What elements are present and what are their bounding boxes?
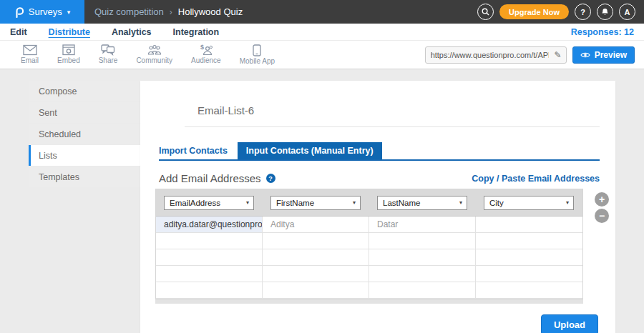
chevron-down-icon: ▾ (67, 9, 71, 16)
surveys-menu[interactable]: Surveys ▾ (0, 0, 84, 24)
cell-city[interactable] (476, 282, 582, 299)
column-select-lastname[interactable]: LastName ▾ (377, 196, 467, 210)
channel-community[interactable]: Community (127, 44, 182, 64)
channel-mobile-app[interactable]: Mobile App (230, 44, 284, 65)
search-button[interactable] (477, 4, 494, 20)
column-header-cell: City ▾ (476, 196, 582, 210)
copy-paste-link[interactable]: Copy / Paste Email Addresses (472, 174, 600, 184)
survey-url-box: ✎ (425, 46, 567, 64)
nav-item-analytics[interactable]: Analytics (112, 27, 152, 37)
breadcrumb-separator-icon: › (170, 7, 172, 17)
contacts-tabs: Import Contacts Input Contacts (Manual E… (159, 142, 600, 161)
questionpro-logo-icon (14, 6, 24, 18)
survey-nav-links: Edit Distribute Analytics Integration (10, 27, 219, 37)
breadcrumb-current: Hollywood Quiz (178, 6, 243, 17)
column-select-emailaddress[interactable]: EmailAddress ▾ (164, 196, 254, 210)
table-row (156, 249, 582, 266)
channel-audience[interactable]: $ Audience (182, 44, 230, 64)
help-icon[interactable]: ? (266, 174, 275, 183)
section-title: Add Email Addresses (159, 172, 261, 184)
dropdown-caret-icon: ▾ (459, 199, 462, 206)
add-row-button[interactable]: + (595, 192, 609, 207)
tab-import-contacts[interactable]: Import Contacts (159, 142, 238, 159)
survey-link-area: ✎ Preview (425, 46, 635, 64)
cell-lastname[interactable] (369, 233, 476, 249)
cell-city[interactable] (476, 266, 582, 282)
tab-input-contacts-manual[interactable]: Input Contacts (Manual Entry) (238, 142, 382, 159)
contacts-table-header: EmailAddress ▾ FirstName ▾ LastName (156, 189, 582, 217)
breadcrumb-parent[interactable]: Quiz competition (94, 6, 164, 17)
sidebar-item-lists[interactable]: Lists (29, 145, 140, 166)
remove-row-button[interactable]: − (595, 209, 609, 223)
cell-firstname[interactable]: Aditya (263, 217, 369, 233)
upgrade-now-button[interactable]: Upgrade Now (499, 4, 569, 19)
list-detail-card: Email-List-6 Import Contacts Input Conta… (140, 81, 615, 333)
channel-email[interactable]: Email (11, 44, 48, 64)
sidebar-item-compose[interactable]: Compose (29, 81, 140, 101)
cell-firstname[interactable] (263, 266, 369, 282)
cell-city[interactable] (476, 217, 582, 233)
nav-item-integration[interactable]: Integration (173, 27, 220, 37)
share-chat-icon (101, 44, 115, 56)
preview-button[interactable]: Preview (572, 46, 635, 64)
audience-dollar-icon: $ (199, 44, 213, 56)
cell-email[interactable] (156, 233, 263, 249)
column-header-cell: LastName ▾ (369, 196, 476, 210)
search-icon (482, 8, 489, 16)
sidebar-item-sent[interactable]: Sent (29, 102, 140, 123)
distribute-toolbar: Email Embed Share Community $ Audience M… (0, 41, 644, 69)
nav-item-edit[interactable]: Edit (10, 27, 27, 37)
channel-embed[interactable]: Embed (48, 44, 89, 64)
table-row (156, 282, 582, 299)
column-select-city[interactable]: City ▾ (484, 196, 574, 210)
page-title: Email-List-6 (197, 104, 615, 116)
cell-city[interactable] (476, 233, 582, 249)
email-sidebar: Compose Sent Scheduled Lists Templates (29, 81, 140, 188)
avatar[interactable]: A (619, 4, 635, 20)
email-icon (23, 44, 37, 56)
cell-firstname[interactable] (263, 233, 369, 249)
column-header-cell: FirstName ▾ (263, 196, 369, 210)
title-divider (185, 126, 600, 127)
survey-nav: Edit Distribute Analytics Integration Re… (0, 24, 644, 41)
add-emails-header: Add Email Addresses ? Copy / Paste Email… (159, 172, 600, 184)
cell-city[interactable] (476, 249, 582, 266)
top-header: Surveys ▾ Quiz competition › Hollywood Q… (0, 0, 644, 24)
table-row (156, 266, 582, 282)
cell-email[interactable]: aditya.datar@questionpro.com (156, 217, 263, 233)
sidebar-item-scheduled[interactable]: Scheduled (29, 124, 140, 144)
edit-url-pencil-icon[interactable]: ✎ (550, 50, 566, 60)
cell-email[interactable] (156, 282, 263, 299)
bell-icon (601, 8, 609, 16)
upload-button[interactable]: Upload (541, 314, 598, 333)
responses-count[interactable]: Responses: 12 (571, 27, 634, 37)
help-button[interactable]: ? (575, 4, 591, 20)
dropdown-caret-icon: ▾ (566, 199, 569, 206)
mobile-phone-icon (253, 44, 261, 56)
table-row (156, 233, 582, 249)
cell-lastname[interactable]: Datar (369, 217, 476, 233)
notifications-button[interactable] (597, 4, 613, 20)
dropdown-caret-icon: ▾ (353, 199, 356, 206)
column-select-firstname[interactable]: FirstName ▾ (270, 196, 361, 210)
upload-row: Upload (140, 314, 615, 333)
survey-url-input[interactable] (426, 51, 550, 59)
nav-item-distribute[interactable]: Distribute (49, 27, 90, 37)
table-horizontal-scrollbar[interactable] (155, 299, 583, 304)
cell-email[interactable] (156, 266, 263, 282)
cell-email[interactable] (156, 249, 263, 266)
table-row: aditya.datar@questionpro.com Aditya Data… (156, 217, 582, 233)
app-window: Surveys ▾ Quiz competition › Hollywood Q… (0, 0, 644, 333)
cell-lastname[interactable] (369, 266, 476, 282)
cell-firstname[interactable] (263, 282, 369, 299)
breadcrumb: Quiz competition › Hollywood Quiz (94, 6, 243, 17)
cell-firstname[interactable] (263, 249, 369, 266)
community-people-icon (147, 44, 162, 56)
sidebar-item-templates[interactable]: Templates (29, 166, 140, 187)
row-add-remove-controls: + − (595, 192, 609, 223)
channel-share[interactable]: Share (89, 44, 127, 64)
dropdown-caret-icon: ▾ (246, 199, 249, 206)
cell-lastname[interactable] (369, 282, 476, 299)
cell-lastname[interactable] (369, 249, 476, 266)
eye-icon (580, 51, 590, 59)
